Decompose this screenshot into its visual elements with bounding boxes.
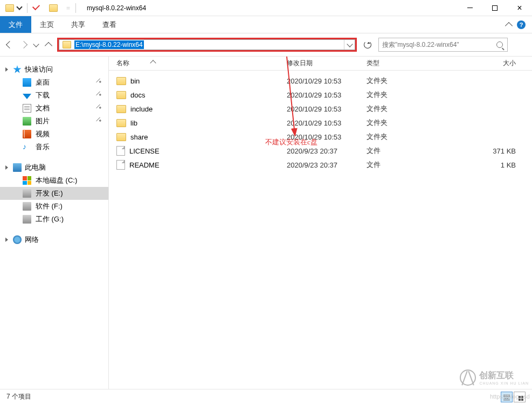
- sidebar-item[interactable]: 开发 (E:): [0, 187, 108, 200]
- expand-icon[interactable]: [5, 67, 8, 72]
- refresh-icon: [364, 41, 371, 48]
- col-name[interactable]: 名称: [116, 59, 129, 67]
- file-type: 文件夹: [367, 118, 446, 128]
- watermark-logo-icon: [460, 370, 476, 386]
- ribbon-expand-icon[interactable]: [505, 22, 513, 29]
- sidebar-item[interactable]: 下载: [0, 89, 108, 102]
- file-size: 1 KB: [446, 161, 532, 169]
- search-icon: [496, 41, 503, 48]
- tab-home[interactable]: 主页: [31, 16, 63, 33]
- sidebar-network[interactable]: 网络: [0, 233, 108, 246]
- sidebar-this-pc[interactable]: 此电脑: [0, 161, 108, 174]
- column-headers[interactable]: 名称 修改日期 类型 大小: [109, 57, 532, 71]
- pic-icon: [23, 117, 31, 126]
- navigation-pane: 快速访问 桌面下载文档图片视频♪音乐 此电脑 本地磁盘 (C:)开发 (E:)软…: [0, 57, 109, 389]
- qat-check-icon[interactable]: [32, 3, 40, 10]
- nav-forward-button[interactable]: [18, 39, 29, 50]
- file-row[interactable]: lib2020/10/29 10:53文件夹: [109, 116, 532, 130]
- nav-history-dropdown[interactable]: [32, 39, 40, 50]
- help-icon[interactable]: ?: [517, 20, 526, 29]
- sidebar-item[interactable]: 视频: [0, 128, 108, 141]
- nav-up-button[interactable]: [43, 39, 54, 50]
- watermark: 创新互联 CHUANG XIN HU LIAN: [460, 370, 529, 386]
- file-size: 371 KB: [446, 147, 532, 155]
- ribbon-tabs: 文件 主页 共享 查看 ?: [0, 16, 532, 33]
- file-row[interactable]: bin2020/10/29 10:53文件夹: [109, 74, 532, 88]
- sidebar-item[interactable]: 桌面: [0, 76, 108, 89]
- file-date: 2020/9/23 20:37: [287, 147, 367, 155]
- expand-icon[interactable]: [5, 238, 8, 242]
- file-date: 2020/10/29 10:53: [287, 77, 367, 85]
- refresh-button[interactable]: [360, 38, 375, 52]
- file-row[interactable]: README2020/9/23 20:37文件1 KB: [109, 158, 532, 172]
- item-count: 7 个项目: [6, 392, 31, 401]
- sidebar-item-label: 桌面: [36, 78, 50, 87]
- col-type[interactable]: 类型: [367, 59, 446, 68]
- col-date[interactable]: 修改日期: [287, 59, 367, 68]
- sidebar-item[interactable]: 本地磁盘 (C:): [0, 174, 108, 187]
- sidebar-item-label: 视频: [36, 129, 50, 139]
- tab-view[interactable]: 查看: [94, 16, 125, 33]
- file-name: share: [130, 133, 148, 141]
- address-dropdown[interactable]: [344, 40, 355, 50]
- close-button[interactable]: ×: [507, 0, 532, 16]
- col-size[interactable]: 大小: [446, 59, 532, 68]
- title-bar: = mysql-8.0.22-winx64 ×: [0, 0, 532, 16]
- folder-icon: [116, 119, 126, 127]
- file-date: 2020/10/29 10:53: [287, 119, 367, 127]
- disk-icon: [23, 215, 31, 224]
- search-input[interactable]: 搜索"mysql-8.0.22-winx64": [378, 38, 508, 52]
- sidebar-item-label: 软件 (F:): [36, 201, 63, 211]
- oswin-icon: [23, 176, 31, 185]
- file-date: 2020/10/29 10:53: [287, 105, 367, 113]
- file-name: LICENSE: [129, 147, 160, 155]
- sort-indicator-icon: [150, 60, 156, 66]
- file-name: README: [129, 161, 160, 169]
- file-type: 文件: [367, 160, 446, 170]
- mus-icon: ♪: [23, 143, 31, 151]
- file-name: bin: [130, 77, 140, 85]
- qat-dropdown-icon[interactable]: [16, 4, 22, 10]
- annotation-text: 不建议安装在c盘: [265, 137, 317, 147]
- sidebar-item-label: 音乐: [36, 142, 50, 152]
- folder-icon: [116, 77, 126, 85]
- file-row[interactable]: share2020/10/29 10:53文件夹: [109, 130, 532, 144]
- file-view: 名称 修改日期 类型 大小 bin2020/10/29 10:53文件夹docs…: [109, 57, 532, 389]
- file-row[interactable]: LICENSE2020/9/23 20:37文件371 KB: [109, 144, 532, 158]
- disk-icon: [23, 189, 31, 198]
- address-text[interactable]: E:\mysql-8.0.22-winx64: [74, 40, 144, 49]
- sidebar-item[interactable]: ♪音乐: [0, 141, 108, 154]
- disk-icon: [23, 202, 31, 211]
- desktop-icon: [23, 78, 31, 87]
- file-date: 2020/10/29 10:53: [287, 91, 367, 99]
- file-row[interactable]: include2020/10/29 10:53文件夹: [109, 102, 532, 116]
- file-icon: [116, 160, 125, 170]
- sidebar-item[interactable]: 软件 (F:): [0, 200, 108, 213]
- folder-icon: [116, 91, 126, 99]
- address-bar[interactable]: E:\mysql-8.0.22-winx64: [59, 39, 355, 50]
- folder-icon: [116, 133, 126, 141]
- file-name: include: [130, 105, 153, 113]
- nav-back-button[interactable]: [4, 39, 15, 50]
- sidebar-quick-access[interactable]: 快速访问: [0, 63, 108, 76]
- app-folder-icon: [5, 4, 14, 12]
- expand-icon[interactable]: [5, 165, 8, 170]
- pc-icon: [13, 163, 22, 172]
- file-type: 文件夹: [367, 76, 446, 86]
- tab-share[interactable]: 共享: [63, 16, 94, 33]
- sidebar-item[interactable]: 工作 (G:): [0, 213, 108, 226]
- watermark-url: https://blog.csd: [490, 393, 530, 400]
- tab-file[interactable]: 文件: [0, 16, 31, 33]
- folder-icon: [116, 105, 126, 113]
- status-bar: 7 个项目: [0, 389, 532, 404]
- sidebar-item[interactable]: 文档: [0, 102, 108, 115]
- qat-open-icon[interactable]: [49, 4, 58, 12]
- maximize-button[interactable]: [482, 0, 507, 16]
- sidebar-item-label: 图片: [36, 116, 50, 126]
- address-folder-icon: [63, 41, 71, 48]
- sidebar-item[interactable]: 图片: [0, 115, 108, 128]
- dl-icon: [23, 94, 31, 99]
- file-row[interactable]: docs2020/10/29 10:53文件夹: [109, 88, 532, 102]
- file-date: 2020/9/23 20:37: [287, 161, 367, 169]
- minimize-button[interactable]: [458, 0, 482, 16]
